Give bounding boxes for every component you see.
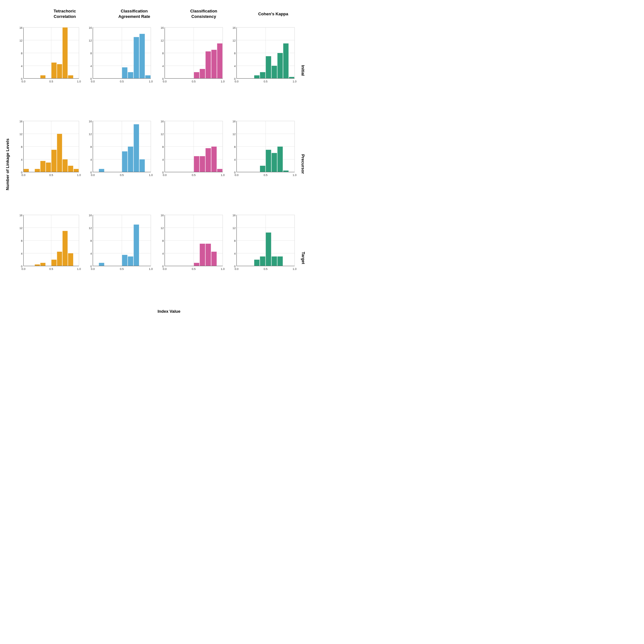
svg-rect-260: [194, 263, 199, 266]
row-label-1: Precursor: [298, 117, 308, 211]
svg-rect-64: [205, 51, 211, 79]
svg-text:1.0: 1.0: [293, 174, 296, 177]
svg-text:4: 4: [234, 252, 236, 255]
svg-text:12: 12: [89, 226, 92, 229]
svg-rect-165: [200, 156, 205, 172]
svg-rect-117: [57, 134, 62, 172]
svg-rect-113: [35, 169, 40, 172]
svg-text:0.0: 0.0: [163, 267, 166, 271]
svg-rect-39: [128, 72, 133, 79]
row-2: 04812160.00.51.004812160.00.51.004812160…: [11, 211, 308, 305]
svg-text:4: 4: [21, 158, 23, 161]
svg-text:4: 4: [162, 65, 164, 68]
svg-text:1.0: 1.0: [149, 80, 153, 83]
svg-text:4: 4: [21, 65, 23, 68]
charts-row-1: 04812160.00.51.004812160.00.51.004812160…: [11, 117, 298, 211]
svg-rect-166: [205, 148, 211, 172]
svg-text:1.0: 1.0: [77, 174, 81, 177]
svg-rect-120: [73, 169, 79, 172]
svg-text:4: 4: [162, 252, 164, 255]
chart-cell-r0-c0: 04812160.00.51.0: [11, 24, 83, 117]
grid-area: 04812160.00.51.004812160.00.51.004812160…: [11, 24, 308, 305]
svg-text:12: 12: [161, 133, 164, 136]
svg-text:1.0: 1.0: [293, 267, 296, 271]
svg-rect-66: [217, 43, 222, 79]
svg-text:8: 8: [21, 145, 23, 149]
svg-text:8: 8: [234, 239, 236, 242]
svg-text:0.5: 0.5: [120, 267, 124, 271]
svg-text:1.0: 1.0: [293, 80, 296, 83]
svg-rect-190: [272, 153, 277, 172]
svg-text:8: 8: [162, 239, 164, 242]
chart-cell-r2-c2: 04812160.00.51.0: [155, 211, 226, 305]
svg-text:1.0: 1.0: [221, 174, 225, 177]
histogram-r0-c3: 04812160.00.51.0: [228, 24, 297, 87]
y-axis-label: Number of Linkage Levels: [4, 24, 11, 305]
svg-rect-114: [40, 161, 45, 172]
svg-text:0.0: 0.0: [234, 80, 238, 83]
chart-cell-r1-c1: 04812160.00.51.0: [83, 117, 155, 211]
svg-rect-88: [266, 56, 271, 79]
svg-text:0.5: 0.5: [120, 174, 124, 177]
chart-cell-r0-c2: 04812160.00.51.0: [155, 24, 226, 117]
svg-text:16: 16: [89, 26, 92, 29]
svg-rect-167: [211, 147, 217, 172]
svg-rect-141: [122, 151, 127, 172]
histogram-r0-c1: 04812160.00.51.0: [84, 24, 153, 87]
svg-rect-284: [260, 256, 265, 266]
charts-row-2: 04812160.00.51.004812160.00.51.004812160…: [11, 211, 298, 305]
svg-text:12: 12: [233, 226, 236, 229]
svg-rect-262: [205, 243, 211, 266]
svg-rect-144: [139, 159, 145, 172]
svg-text:16: 16: [233, 26, 236, 29]
svg-text:0.5: 0.5: [49, 174, 53, 177]
svg-text:16: 16: [161, 213, 164, 217]
svg-text:16: 16: [233, 120, 236, 123]
svg-text:0.0: 0.0: [234, 174, 238, 177]
chart-cell-r1-c3: 04812160.00.51.0: [226, 117, 298, 211]
svg-rect-63: [200, 69, 205, 79]
histogram-r1-c1: 04812160.00.51.0: [84, 118, 153, 181]
svg-text:0.5: 0.5: [49, 267, 53, 271]
svg-text:4: 4: [234, 158, 236, 161]
x-axis-label-area: Index Value: [30, 305, 308, 318]
svg-text:16: 16: [89, 120, 92, 123]
row-label-0: Initial: [298, 24, 308, 117]
svg-text:8: 8: [162, 52, 164, 55]
svg-rect-261: [200, 243, 205, 266]
svg-rect-42: [145, 75, 150, 79]
row-1: 04812160.00.51.004812160.00.51.004812160…: [11, 117, 308, 211]
svg-text:0.5: 0.5: [264, 80, 267, 83]
svg-text:0.0: 0.0: [91, 80, 95, 83]
col-header-3: Cohen's Kappa: [239, 4, 308, 24]
svg-text:8: 8: [90, 52, 92, 55]
svg-rect-285: [266, 232, 271, 266]
svg-rect-112: [24, 169, 29, 172]
svg-text:12: 12: [161, 226, 164, 229]
svg-rect-286: [272, 256, 277, 266]
svg-rect-92: [289, 77, 294, 79]
svg-text:4: 4: [234, 65, 236, 68]
svg-rect-17: [63, 27, 68, 79]
chart-container: TetrachoricCorrelation ClassificationAgr…: [4, 4, 318, 318]
main-area: Number of Linkage Levels 04812160.00.51.…: [4, 24, 318, 305]
svg-text:12: 12: [19, 39, 23, 42]
svg-text:12: 12: [233, 39, 236, 42]
svg-text:12: 12: [233, 133, 236, 136]
svg-rect-91: [283, 43, 288, 79]
svg-rect-215: [57, 251, 62, 266]
svg-text:0.5: 0.5: [264, 174, 267, 177]
chart-cell-r1-c0: 04812160.00.51.0: [11, 117, 83, 211]
svg-rect-115: [46, 163, 51, 172]
svg-text:8: 8: [90, 145, 92, 149]
svg-text:0.0: 0.0: [21, 80, 25, 83]
svg-text:8: 8: [21, 239, 23, 242]
chart-cell-r1-c2: 04812160.00.51.0: [155, 117, 226, 211]
histogram-r1-c3: 04812160.00.51.0: [228, 118, 297, 181]
svg-text:16: 16: [19, 213, 23, 217]
histogram-r0-c2: 04812160.00.51.0: [156, 24, 225, 87]
svg-rect-41: [139, 34, 145, 79]
svg-text:0.5: 0.5: [120, 80, 124, 83]
svg-text:4: 4: [90, 65, 92, 68]
svg-text:0.0: 0.0: [21, 174, 25, 177]
